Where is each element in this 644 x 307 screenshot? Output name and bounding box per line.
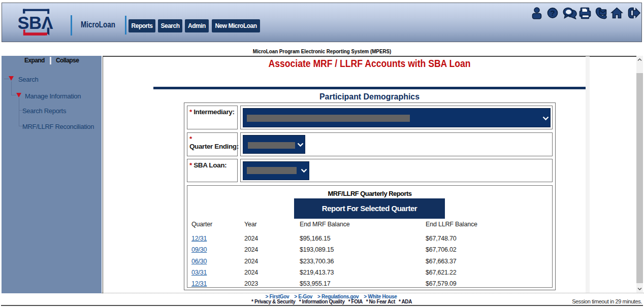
svg-text:SBΛ: SBΛ xyxy=(18,13,53,32)
svg-text:?: ? xyxy=(550,9,555,17)
